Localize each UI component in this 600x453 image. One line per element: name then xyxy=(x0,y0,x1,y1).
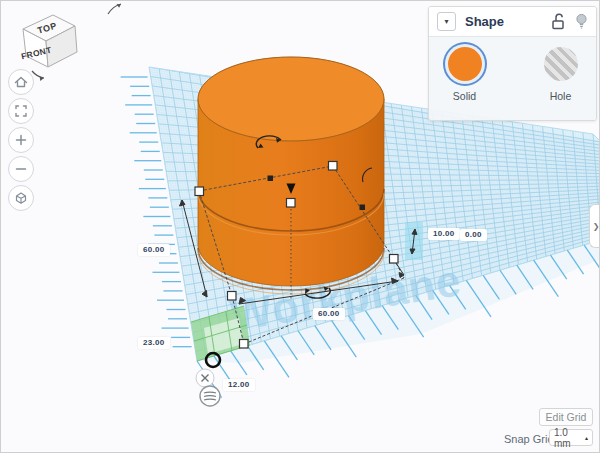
snap-grid-dropdown[interactable]: 1.0 mm ▴ xyxy=(549,429,593,446)
solid-option-label: Solid xyxy=(453,90,476,102)
dimension-label-ruler-a[interactable]: 23.00 xyxy=(138,337,170,349)
caret-icon: ▴ xyxy=(585,434,588,441)
zoom-in-button[interactable] xyxy=(8,127,34,153)
view-cube[interactable]: TOP FRONT xyxy=(20,4,121,81)
highlight-toggle-button[interactable] xyxy=(575,13,588,30)
solid-swatch-icon[interactable] xyxy=(448,47,482,81)
zoom-out-icon xyxy=(13,161,29,177)
shape-panel-header: ▾ Shape xyxy=(429,7,596,37)
unlock-icon xyxy=(551,13,566,30)
perspective-toggle-button[interactable] xyxy=(8,185,34,211)
lock-toggle-button[interactable] xyxy=(551,13,566,30)
view-toolbar xyxy=(8,69,34,211)
chevron-down-icon: ▾ xyxy=(444,17,448,26)
home-view-button[interactable] xyxy=(8,69,34,95)
home-icon xyxy=(13,74,29,90)
shape-panel-title: Shape xyxy=(465,14,542,29)
lightbulb-icon xyxy=(575,13,588,30)
fit-view-icon xyxy=(13,103,29,119)
chevron-right-icon: ❯ xyxy=(593,222,600,231)
dimension-label-right-b[interactable]: 0.00 xyxy=(460,229,487,241)
expand-panel-tab[interactable]: ❯ xyxy=(589,204,600,248)
hole-option[interactable]: Hole xyxy=(532,47,590,102)
dimension-label-bottom[interactable]: 60.00 xyxy=(313,308,345,320)
dimension-label-right-a[interactable]: 10.00 xyxy=(428,228,460,240)
perspective-cube-icon xyxy=(13,190,29,206)
snap-grid-value: 1.0 mm xyxy=(554,427,585,449)
dimension-label-left[interactable]: 60.00 xyxy=(138,244,170,256)
tinkercad-3d-editor: Workplane xyxy=(0,0,600,453)
zoom-in-icon xyxy=(13,132,29,148)
collapse-panel-button[interactable]: ▾ xyxy=(437,12,456,31)
ruler-mode-button[interactable] xyxy=(200,386,220,406)
snap-grid-label: Snap Grid xyxy=(504,433,554,445)
shape-options: Solid Hole xyxy=(429,37,596,120)
edit-grid-button[interactable]: Edit Grid xyxy=(539,408,593,426)
hole-swatch-icon[interactable] xyxy=(544,47,578,81)
dimension-label-ruler-b[interactable]: 12.00 xyxy=(223,379,255,391)
ruler-close-button[interactable] xyxy=(196,369,214,387)
shape-inspector-panel: ▾ Shape Solid xyxy=(428,6,597,121)
fit-view-button[interactable] xyxy=(8,98,34,124)
hole-option-label: Hole xyxy=(550,90,572,102)
zoom-out-button[interactable] xyxy=(8,156,34,182)
solid-option[interactable]: Solid xyxy=(436,47,494,102)
